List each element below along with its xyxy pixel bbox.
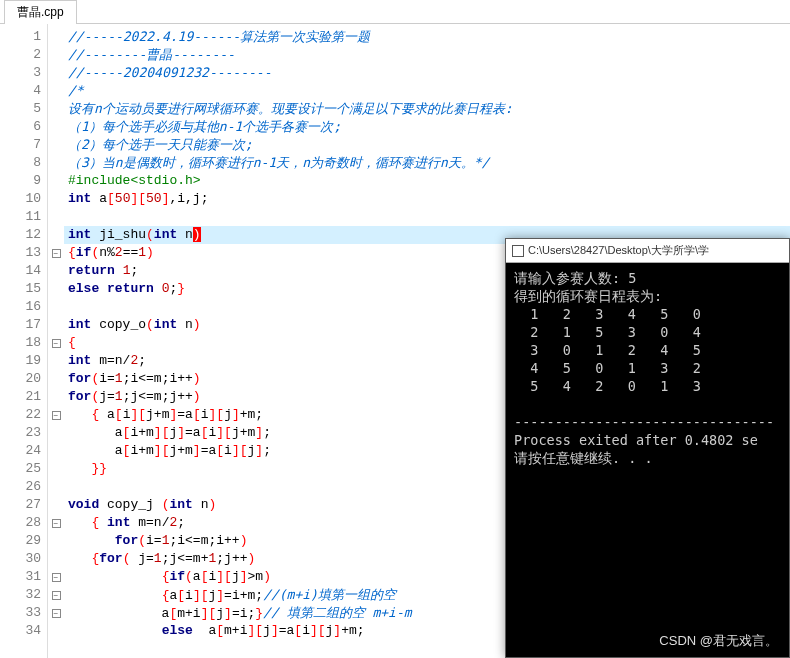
line-number: 27 bbox=[0, 496, 47, 514]
fold-cell[interactable]: − bbox=[48, 334, 64, 352]
line-number: 20 bbox=[0, 370, 47, 388]
fold-cell[interactable]: − bbox=[48, 604, 64, 622]
line-number: 4 bbox=[0, 82, 47, 100]
fold-cell bbox=[48, 532, 64, 550]
line-number: 13 bbox=[0, 244, 47, 262]
fold-cell bbox=[48, 478, 64, 496]
fold-cell[interactable]: − bbox=[48, 244, 64, 262]
code-line[interactable]: #include<stdio.h> bbox=[64, 172, 790, 190]
console-titlebar[interactable]: C:\Users\28427\Desktop\大学所学\学 bbox=[506, 239, 789, 263]
fold-cell[interactable]: − bbox=[48, 586, 64, 604]
line-number: 19 bbox=[0, 352, 47, 370]
fold-cell[interactable]: − bbox=[48, 568, 64, 586]
code-line[interactable]: /* bbox=[64, 82, 790, 100]
fold-cell bbox=[48, 370, 64, 388]
line-number: 7 bbox=[0, 136, 47, 154]
fold-cell bbox=[48, 262, 64, 280]
code-line[interactable]: //-----2022.4.19------算法第一次实验第一题 bbox=[64, 28, 790, 46]
line-number: 15 bbox=[0, 280, 47, 298]
line-number: 16 bbox=[0, 298, 47, 316]
line-number: 26 bbox=[0, 478, 47, 496]
fold-minus-icon[interactable]: − bbox=[52, 609, 61, 618]
line-number: 30 bbox=[0, 550, 47, 568]
line-number: 33 bbox=[0, 604, 47, 622]
fold-cell bbox=[48, 424, 64, 442]
code-line[interactable]: 设有n个运动员要进行网球循环赛。现要设计一个满足以下要求的比赛日程表: bbox=[64, 100, 790, 118]
fold-minus-icon[interactable]: − bbox=[52, 573, 61, 582]
fold-cell bbox=[48, 388, 64, 406]
fold-cell bbox=[48, 298, 64, 316]
fold-cell bbox=[48, 460, 64, 478]
fold-cell bbox=[48, 172, 64, 190]
line-number: 10 bbox=[0, 190, 47, 208]
line-number: 12 bbox=[0, 226, 47, 244]
fold-cell bbox=[48, 640, 64, 658]
code-line[interactable]: //-----20204091232-------- bbox=[64, 64, 790, 82]
watermark: CSDN @君无戏言。 bbox=[659, 632, 778, 650]
fold-cell bbox=[48, 28, 64, 46]
console-icon bbox=[512, 245, 524, 257]
code-line[interactable]: （3）当n是偶数时，循环赛进行n-1天，n为奇数时，循环赛进行n天。*/ bbox=[64, 154, 790, 172]
console-window: C:\Users\28427\Desktop\大学所学\学 请输入参赛人数: 5… bbox=[505, 238, 790, 658]
console-output[interactable]: 请输入参赛人数: 5 得到的循环赛日程表为: 1 2 3 4 5 0 2 1 5… bbox=[506, 263, 789, 473]
fold-cell bbox=[48, 190, 64, 208]
fold-cell bbox=[48, 622, 64, 640]
line-number: 2 bbox=[0, 46, 47, 64]
line-number: 8 bbox=[0, 154, 47, 172]
line-number: 3 bbox=[0, 64, 47, 82]
fold-minus-icon[interactable]: − bbox=[52, 411, 61, 420]
line-number: 14 bbox=[0, 262, 47, 280]
line-number: 24 bbox=[0, 442, 47, 460]
fold-minus-icon[interactable]: − bbox=[52, 249, 61, 258]
line-number: 1 bbox=[0, 28, 47, 46]
fold-minus-icon[interactable]: − bbox=[52, 591, 61, 600]
line-number: 28 bbox=[0, 514, 47, 532]
code-line[interactable]: //--------曹晶-------- bbox=[64, 46, 790, 64]
file-tab[interactable]: 曹晶.cpp bbox=[4, 0, 77, 24]
line-number: 5 bbox=[0, 100, 47, 118]
fold-cell bbox=[48, 64, 64, 82]
fold-cell bbox=[48, 316, 64, 334]
line-number: 11 bbox=[0, 208, 47, 226]
fold-cell bbox=[48, 118, 64, 136]
fold-column: −−−−−−− bbox=[48, 24, 64, 658]
code-line[interactable] bbox=[64, 208, 790, 226]
line-number: 23 bbox=[0, 424, 47, 442]
code-line[interactable]: int a[50][50],i,j; bbox=[64, 190, 790, 208]
tab-bar: 曹晶.cpp bbox=[0, 0, 790, 24]
fold-minus-icon[interactable]: − bbox=[52, 339, 61, 348]
code-line[interactable]: （1）每个选手必须与其他n-1个选手各赛一次; bbox=[64, 118, 790, 136]
line-number: 29 bbox=[0, 532, 47, 550]
fold-cell[interactable]: − bbox=[48, 514, 64, 532]
fold-cell bbox=[48, 136, 64, 154]
fold-cell bbox=[48, 46, 64, 64]
line-number-gutter: 1234567891011121314151617181920212223242… bbox=[0, 24, 48, 658]
fold-cell bbox=[48, 100, 64, 118]
console-title-text: C:\Users\28427\Desktop\大学所学\学 bbox=[528, 243, 709, 258]
line-number: 18 bbox=[0, 334, 47, 352]
fold-cell bbox=[48, 352, 64, 370]
fold-cell bbox=[48, 442, 64, 460]
fold-cell bbox=[48, 226, 64, 244]
line-number: 17 bbox=[0, 316, 47, 334]
fold-cell bbox=[48, 550, 64, 568]
fold-cell bbox=[48, 154, 64, 172]
line-number: 6 bbox=[0, 118, 47, 136]
line-number: 21 bbox=[0, 388, 47, 406]
fold-cell bbox=[48, 208, 64, 226]
code-line[interactable]: （2）每个选手一天只能赛一次; bbox=[64, 136, 790, 154]
fold-cell bbox=[48, 280, 64, 298]
line-number: 34 bbox=[0, 622, 47, 640]
line-number: 31 bbox=[0, 568, 47, 586]
fold-cell[interactable]: − bbox=[48, 406, 64, 424]
fold-cell bbox=[48, 496, 64, 514]
fold-minus-icon[interactable]: − bbox=[52, 519, 61, 528]
line-number: 22 bbox=[0, 406, 47, 424]
line-number: 32 bbox=[0, 586, 47, 604]
line-number: 25 bbox=[0, 460, 47, 478]
fold-cell bbox=[48, 82, 64, 100]
line-number: 9 bbox=[0, 172, 47, 190]
